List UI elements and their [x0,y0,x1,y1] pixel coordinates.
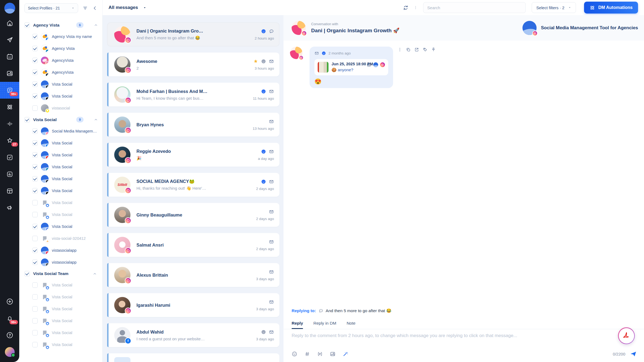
tab-reply[interactable]: Reply [292,321,303,329]
message-bubble[interactable]: 2 months ago Jun 25, 2025 18:00 PM 🍪 any… [310,47,393,88]
rail-item-bell[interactable]: 99+ [0,310,19,327]
profile-checkbox[interactable] [32,248,38,253]
more-options-icon[interactable] [413,5,418,10]
profile-row[interactable]: Vista Social [19,279,102,291]
profile-checkbox[interactable] [32,140,38,146]
rail-item-plus-circle[interactable] [0,293,19,310]
profile-checkbox[interactable] [32,236,38,241]
profile-checkbox[interactable] [32,260,38,265]
profile-row[interactable]: Vista Social [19,149,102,161]
profile-row[interactable]: vista-social-320412 [19,232,102,244]
profiles-filter-icon[interactable] [82,5,88,11]
rail-item-megaphone[interactable] [0,199,19,216]
profile-checkbox[interactable] [32,46,38,51]
profile-checkbox[interactable] [32,294,38,300]
magic-wand-icon[interactable] [343,351,348,357]
emoji-icon[interactable] [292,351,297,357]
profile-row[interactable]: Social Media Managem… [19,125,102,137]
rail-item-layout[interactable] [0,183,19,199]
profile-row[interactable]: @vistasocialapp [19,256,102,268]
share-icon[interactable] [414,47,419,52]
profile-checkbox[interactable] [32,212,38,217]
conversation-list-item[interactable]: Reggie Azevedo🎉a day ago [107,143,279,167]
profile-checkbox[interactable] [32,342,38,347]
vista-social-logo[interactable] [4,3,15,14]
profile-checkbox[interactable] [32,176,38,182]
image-icon[interactable] [330,351,336,357]
messages-filter-dropdown[interactable]: All messages [103,5,283,10]
select-filters-dropdown[interactable]: Select filters · 2 [532,2,576,13]
chevron-up-icon[interactable] [94,23,98,27]
conversation-list-item[interactable] [107,353,279,362]
profile-checkbox[interactable] [32,128,38,134]
refresh-icon[interactable] [403,5,409,11]
profile-row[interactable]: XVista Social [19,173,102,185]
tab-reply-in-dm[interactable]: Reply in DM [313,321,336,329]
profile-checkbox[interactable] [32,318,38,324]
chevron-up-icon[interactable] [93,272,97,276]
profile-checkbox[interactable] [32,152,38,158]
profile-checkbox[interactable] [32,82,38,87]
send-icon[interactable] [630,350,637,358]
group-checkbox[interactable] [24,271,30,276]
conversation-list-item[interactable]: Igarashi Harumi3 days ago [107,293,279,317]
rail-item-star[interactable]: 27 [0,132,19,149]
rail-item-help-circle[interactable] [0,327,19,344]
conversation-list-item[interactable]: Bryan Hynes13 hours ago [107,113,279,137]
referenced-post-card[interactable]: Jun 25, 2025 18:00 PM 🍪 anyone? [314,59,388,75]
profile-row[interactable]: XAgencyVista [19,66,102,78]
rail-item-bar-chart[interactable] [0,166,19,183]
hashtag-icon[interactable] [304,351,310,357]
profile-checkbox[interactable] [32,306,38,312]
profile-checkbox[interactable] [32,282,38,288]
group-checkbox[interactable] [24,22,30,28]
rail-item-atom[interactable] [0,99,19,115]
conversation-list-item[interactable]: Mohd Farhan | Business And M…Hi Team, I … [107,83,279,106]
profile-row[interactable]: ♪Vista Social [19,185,102,197]
profile-row[interactable]: Vista Social [19,291,102,303]
more-options-icon[interactable] [397,47,402,52]
profile-row[interactable]: Vista Social [19,327,102,339]
profile-row[interactable]: vistasocial [19,102,102,114]
chevron-up-icon[interactable] [94,118,98,122]
profile-row[interactable]: ♪Vista Social [19,90,102,102]
search-input[interactable] [427,5,522,10]
conversation-list-item[interactable]: Dani | Organic Instagram Gro…And then 5 … [107,22,279,46]
conversation-list-item[interactable]: fAbdul WahidI need a guest post on your … [107,323,279,347]
reply-textarea[interactable] [292,333,636,349]
rail-item-image[interactable] [0,65,19,82]
conversation-list-item[interactable]: Awesome23 hours ago [107,53,279,76]
pin-icon[interactable] [431,47,436,52]
group-checkbox[interactable] [24,117,30,122]
profile-row[interactable]: fAgency Vista my name [19,31,102,43]
profile-row[interactable]: inVista Social [19,161,102,173]
profile-row[interactable]: fVista Social [19,137,102,149]
profile-checkbox[interactable] [32,224,38,229]
profile-checkbox[interactable] [32,164,38,170]
profile-row[interactable]: Vista Social [19,221,102,232]
conversation-list-item[interactable]: Salmat Ansri2 days ago [107,233,279,257]
profile-row[interactable]: XVista Social [19,78,102,90]
select-profiles-dropdown[interactable]: Select Profiles · 21 [24,3,78,13]
dm-automations-button[interactable]: DM Automations [584,2,638,14]
collapse-panel-icon[interactable] [92,5,98,11]
conversation-list-item[interactable]: Alexus Brittain3 days ago [107,263,279,287]
rail-item-check-square[interactable] [0,149,19,166]
profile-checkbox[interactable] [32,105,38,111]
profile-row[interactable]: AgencyVista [19,54,102,66]
rail-item-paper-plane[interactable] [0,31,19,48]
profile-checkbox[interactable] [32,58,38,63]
copy-icon[interactable] [406,47,411,52]
acrobat-extension-button[interactable] [618,327,635,344]
profile-checkbox[interactable] [32,188,38,193]
profile-checkbox[interactable] [32,200,38,205]
user-avatar[interactable] [0,344,19,360]
profile-row[interactable]: inAgency Vista [19,43,102,54]
profile-checkbox[interactable] [32,93,38,99]
rail-item-home[interactable] [0,15,19,31]
rail-item-audio-wave[interactable] [0,115,19,132]
profile-row[interactable]: Vista Social [19,315,102,327]
profile-row[interactable]: Pvistasocialapp [19,244,102,256]
conversation-list-item[interactable]: SillbillSOCIAL MEDIA AGENCY🐸Hi, thanks f… [107,173,279,197]
profile-checkbox[interactable] [32,70,38,75]
